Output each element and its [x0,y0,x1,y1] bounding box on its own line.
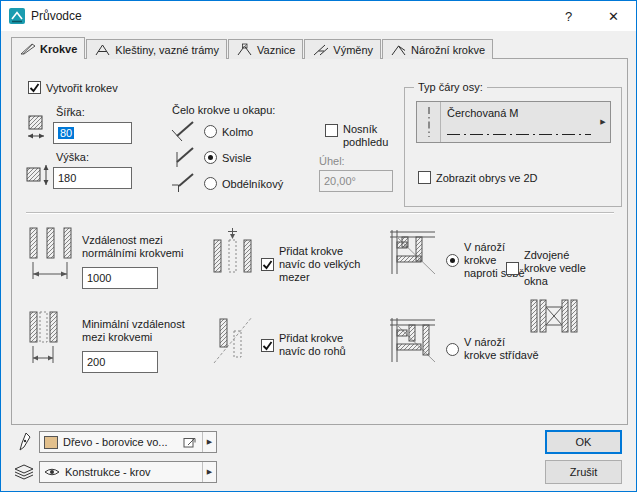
layer-name: Konstrukce - krov [65,466,197,478]
add-large-gaps-checkbox[interactable]: Přidat krokve navíc do velkých mezer [261,241,371,287]
double-rafters-window-icon [529,297,579,337]
axis-line-group-title: Typ čáry osy: [414,81,487,94]
rafter-width-icon [25,114,47,144]
radio-kolmo[interactable]: Kolmo [204,125,253,138]
purlin-icon [236,43,253,56]
roofmaker-wizard-dialog: Průvodce ? ✕ Krokve Kleštiny, vazné trám… [0,0,637,492]
line-type-preview: Čerchovaná M [441,102,596,142]
tab-krokve[interactable]: Krokve [11,37,85,59]
window-title: Průvodce [31,9,546,23]
hip-alternating-icon [389,317,437,365]
checkbox-box [261,258,274,271]
chevron-right-icon: ▶ [596,102,610,142]
material-combo[interactable]: Dřevo - borovice vo... ▶ [39,431,217,453]
selected-text: 80 [58,127,74,139]
rafter-icon [19,42,36,55]
ok-button[interactable]: OK [545,430,622,454]
tab-klestiny[interactable]: Kleštiny, vazné trámy [86,39,227,59]
min-spacing-label: Minimální vzdálenost mezi krokvemi [82,318,207,344]
material-swatch [44,436,58,449]
hip-rafter-icon [390,43,407,56]
rafter-height-icon [25,161,53,191]
checkbox-box [506,262,519,275]
cancel-button[interactable]: Zrušit [545,460,622,484]
width-label: Šířka: [56,106,85,119]
create-rafter-checkbox[interactable]: Vytvořit krokev [28,81,118,94]
radio-dot [204,177,217,190]
radio-dot [446,343,459,356]
app-icon [9,8,25,24]
normal-spacing-icon [26,227,76,285]
chevron-right-icon: ▶ [202,462,216,482]
layers-icon[interactable] [14,464,34,480]
radio-obdelnikovy[interactable]: Obdélníkový [204,177,283,190]
titlebar[interactable]: Průvodce ? ✕ [1,1,636,31]
tab-vaznice[interactable]: Vaznice [228,39,303,59]
soffit-beam-checkbox[interactable]: Nosník podhledu [325,123,405,149]
radio-svisle[interactable]: Svisle [204,151,251,164]
separator [26,212,614,214]
checkbox-box [28,81,41,94]
dashdot-vertical-icon [417,102,441,142]
add-rafters-corner-icon [212,311,254,369]
tab-vymeny[interactable]: Výměny [304,39,381,59]
add-rafters-gap-icon [212,227,254,285]
checkbox-box [325,124,338,137]
add-corners-checkbox[interactable]: Přidat krokve navíc do rohů [261,329,371,361]
hip-opposite-icon [389,229,437,277]
perpendicular-cut-icon [170,119,196,144]
tab-narozni-krokve[interactable]: Nárožní krokve [382,39,493,59]
eaves-title: Čelo krokve u okapu: [172,104,275,117]
close-button[interactable]: ✕ [591,1,636,31]
axis-line-group: Typ čáry osy: Čerchovaná M ▶ Zobrazit ob… [404,87,622,207]
min-spacing-input[interactable] [82,351,158,373]
tab-bar: Krokve Kleštiny, vazné trámy Vaznice Vým… [11,37,494,59]
axis-line-type-dropdown[interactable]: Čerchovaná M ▶ [416,101,611,143]
min-spacing-icon [26,311,76,369]
double-rafters-window-checkbox[interactable]: Zdvojené krokve vedle okna [506,245,606,291]
rectangular-cut-icon [170,171,196,196]
radio-dot [204,151,217,164]
line-type-name: Čerchovaná M [447,107,590,119]
show-outline-2d-checkbox[interactable]: Zobrazit obrys ve 2D [418,171,537,184]
collar-tie-icon [94,43,111,56]
material-name: Dřevo - borovice vo... [63,436,178,448]
trimmer-icon [312,43,329,56]
normal-spacing-input[interactable] [82,267,158,289]
radio-hip-alternating[interactable]: V nároží krokve střídavě [446,333,539,365]
radio-dot [446,254,459,267]
material-popup-icon[interactable] [183,436,197,449]
pen-icon[interactable] [18,432,34,452]
radio-dot [204,125,217,138]
width-input[interactable]: 80 [53,122,132,144]
angle-input [319,170,393,192]
chevron-right-icon: ▶ [202,432,216,452]
tab-panel-krokve: Vytvořit krokev Šířka: 80 Výška: Čelo kr… [11,58,628,425]
angle-label: Úhel: [319,155,345,168]
height-input[interactable] [53,167,132,189]
normal-spacing-label: Vzdálenost mezi normálními krokvemi [82,234,207,260]
checkbox-box [418,171,431,184]
dashdot-line-icon [447,132,591,137]
eye-icon [44,467,60,477]
checkbox-box [261,339,274,352]
help-button[interactable]: ? [546,1,591,31]
height-label: Výška: [56,151,89,164]
vertical-cut-icon [170,145,196,170]
layer-combo[interactable]: Konstrukce - krov ▶ [39,461,217,483]
